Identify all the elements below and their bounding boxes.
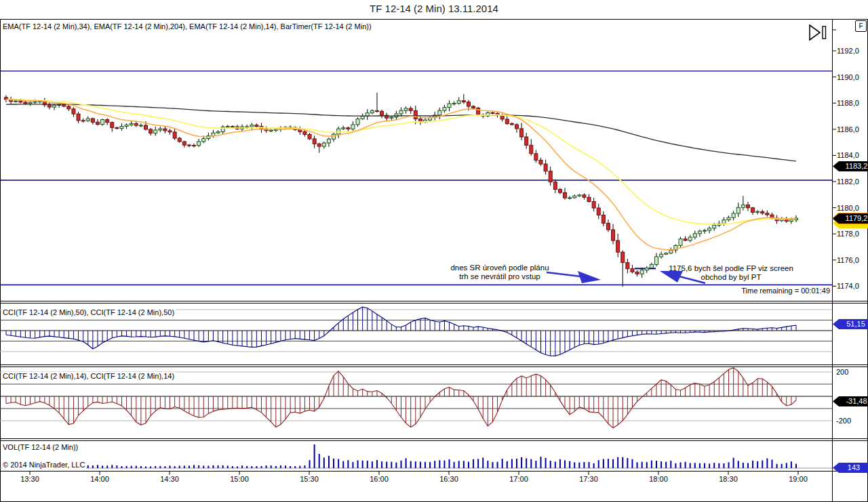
vol-value-badge: 143 — [833, 463, 868, 473]
time-axis-label: 19:00 — [786, 475, 810, 483]
price-axis-label: 1192,0 — [837, 47, 859, 55]
price-axis-label: 1176,0 — [837, 256, 859, 264]
time-axis-label: 16:00 — [367, 475, 391, 483]
price-axis-label: 1178,0 — [837, 230, 859, 238]
time-axis-label: 17:00 — [507, 475, 531, 483]
annotation-left: dnes SR úroveň podle plánu trh se nevrát… — [429, 264, 571, 281]
annotation-left-line1: dnes SR úroveň podle plánu — [429, 264, 571, 272]
chart-title: TF 12-14 (2 Min) 13.11.2014 — [0, 3, 868, 14]
annotation-right-line1: 1175,6 bych šel podle FP viz screen — [663, 264, 799, 273]
cci14-panel-label: CCI(TF 12-14 (2 Min),14), CCI(TF 12-14 (… — [2, 372, 176, 380]
price-axis-label: 1182,0 — [837, 177, 859, 186]
skip-to-end-icon[interactable] — [809, 24, 828, 42]
cci14-axis-200: 200 — [836, 368, 848, 376]
price-axis-label: 1186,0 — [837, 125, 859, 133]
bar-timer-text: Time remaining = 00:01:49 — [694, 287, 830, 295]
ninjatrader-chart-window: TF 12-14 (2 Min) 13.11.2014 EMA(TF 12-14… — [0, 0, 868, 502]
vol-panel-label: VOL(TF 12-14 (2 Min)) — [2, 443, 79, 451]
price-axis-label: 1190,0 — [837, 73, 859, 81]
time-axis-label: 13:30 — [18, 475, 42, 483]
chart-canvas[interactable] — [0, 0, 868, 502]
price-axis-label: 1188,0 — [837, 99, 859, 107]
time-axis-label: 15:00 — [227, 475, 252, 483]
time-axis-label: 14:00 — [87, 475, 112, 483]
price-axis-label: 1184,0 — [837, 151, 859, 159]
time-axis-label: 18:30 — [716, 475, 741, 483]
annotation-right: 1175,6 bych šel podle FP viz screen obch… — [663, 264, 799, 282]
time-axis-label: 18:00 — [646, 475, 671, 483]
price-axis-label: 1180,0 — [837, 204, 859, 212]
last-price-badge: 1179,2 — [833, 213, 868, 224]
annotation-left-line2: trh se nevrátil pro vstup — [429, 272, 571, 281]
cci14-axis-neg200: -200 — [836, 417, 851, 425]
price-axis-label: 1174,0 — [837, 282, 859, 290]
cci50-panel-label: CCI(TF 12-14 (2 Min),50), CCI(TF 12-14 (… — [2, 308, 176, 316]
time-axis-label: 15:30 — [297, 475, 321, 483]
cci50-value-badge: 51,15 — [833, 319, 868, 329]
time-axis-label: 16:30 — [437, 475, 461, 483]
time-axis-label: 17:30 — [576, 475, 601, 483]
price-level-badge: 1183,2 — [833, 161, 868, 171]
f-button[interactable]: F — [855, 20, 867, 32]
cci14-value-badge: -31,48 — [833, 396, 868, 406]
copyright-label: © 2014 NinjaTrader, LLC — [2, 461, 86, 469]
price-panel-indicator-label: EMA(TF 12-14 (2 Min),34), EMA(TF 12-14 (… — [2, 22, 373, 30]
annotation-right-line2: obchod by byl PT — [663, 273, 799, 282]
time-axis-label: 14:30 — [157, 475, 182, 483]
